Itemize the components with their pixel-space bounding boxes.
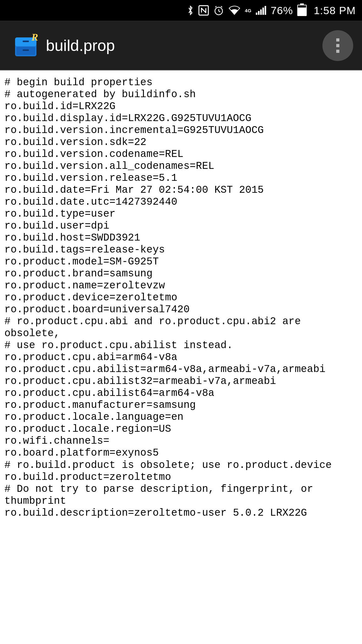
network-type-label: 4G (245, 8, 251, 13)
wifi-icon (228, 6, 240, 15)
nfc-icon (198, 5, 209, 16)
clock-label: 1:58 PM (314, 4, 356, 17)
svg-rect-5 (23, 49, 29, 51)
svg-text:R: R (31, 33, 38, 43)
app-bar: R build.prop (0, 21, 362, 70)
battery-percent-label: 76% (271, 4, 293, 17)
dots-icon (336, 38, 339, 42)
status-icons-group: 4G 76% 1:58 PM (187, 4, 356, 17)
app-title: build.prop (46, 36, 322, 55)
alarm-icon (213, 5, 224, 16)
status-bar: 4G 76% 1:58 PM (0, 0, 362, 21)
file-content-viewer[interactable]: # begin build properties # autogenerated… (0, 70, 362, 519)
signal-icon (256, 6, 266, 15)
bluetooth-icon (187, 5, 194, 16)
app-icon: R (13, 33, 38, 58)
svg-rect-6 (23, 41, 29, 42)
battery-icon (297, 5, 307, 16)
overflow-menu-button[interactable] (322, 30, 353, 61)
